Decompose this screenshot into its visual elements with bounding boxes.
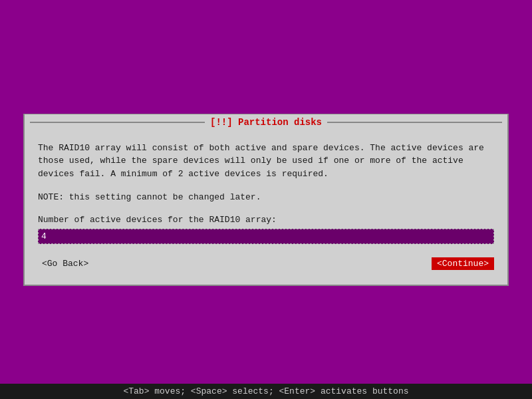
status-bar: <Tab> moves; <Space> selects; <Enter> ac… [0,384,532,399]
note-text: NOTE: this setting cannot be changed lat… [38,191,494,204]
input-label: Number of active devices for the RAID10 … [38,215,494,225]
dialog-title: [!!] Partition disks [205,117,327,128]
titlebar-line-left [30,122,205,123]
description-text: The RAID10 array will consist of both ac… [38,142,494,181]
dialog-window: [!!] Partition disks The RAID10 array wi… [23,114,509,286]
dialog-body: The RAID10 array will consist of both ac… [25,131,507,285]
status-bar-text: <Tab> moves; <Space> selects; <Enter> ac… [123,386,408,396]
go-back-button[interactable]: <Go Back> [38,257,92,270]
dialog-titlebar: [!!] Partition disks [25,114,507,130]
continue-button[interactable]: <Continue> [432,257,494,270]
active-devices-input[interactable] [38,229,494,244]
button-row: <Go Back> <Continue> [38,255,494,274]
titlebar-line-right [327,122,502,123]
